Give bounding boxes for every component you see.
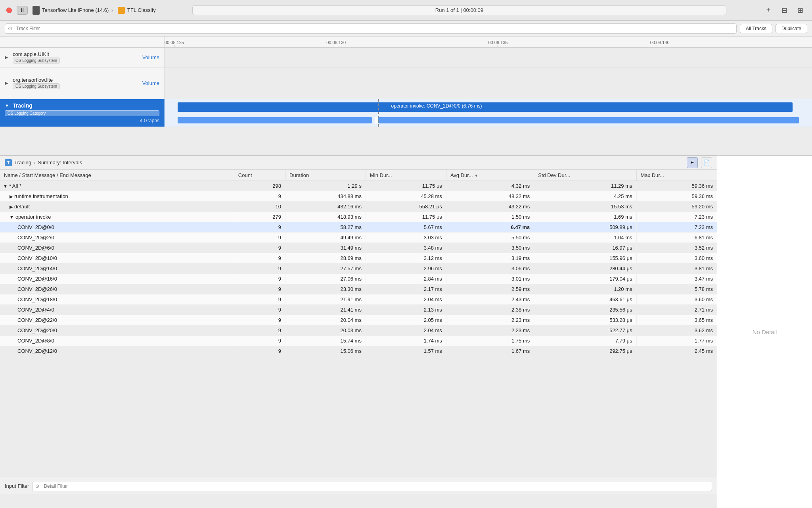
table-row[interactable]: CONV_2D@8/0 9 15.74 ms 1.74 ms 1.75 ms 7…: [0, 336, 717, 346]
add-button[interactable]: +: [763, 5, 774, 16]
timeline-header: 00:08.12500:08.13000:08.13500:08.14000:0…: [0, 37, 812, 48]
tracing-bar-label: operator invoke: CONV_2D@0/0 (6.76 ms): [391, 103, 482, 109]
cell-max-dur: 3.47 ms: [636, 274, 717, 284]
split-button[interactable]: ⊟: [779, 5, 790, 16]
cell-avg-dur: 1.67 ms: [446, 346, 534, 356]
cell-avg-dur: 3.19 ms: [446, 253, 534, 264]
export-button[interactable]: 📄: [701, 157, 712, 168]
cell-min-dur: 2.84 ms: [366, 274, 446, 284]
track-filter-input[interactable]: [5, 23, 737, 34]
tracing-viz: operator invoke: CONV_2D@0/0 (6.76 ms): [165, 99, 812, 127]
col-duration[interactable]: Duration: [285, 170, 366, 181]
table-row[interactable]: CONV_2D@14/0 9 27.57 ms 2.96 ms 3.06 ms …: [0, 264, 717, 274]
record-button[interactable]: [6, 8, 12, 13]
table-row[interactable]: ▶default 10 432.16 ms 558.21 μs 43.22 ms…: [0, 202, 717, 212]
tracing-track: ▼ Tracing OS Logging Category 4 Graphs o…: [0, 99, 812, 127]
col-name[interactable]: Name / Start Message / End Message: [0, 170, 234, 181]
cell-max-dur: 5.78 ms: [636, 284, 717, 294]
cell-name: CONV_2D@16/0: [0, 274, 234, 284]
cell-avg-dur: 5.50 ms: [446, 233, 534, 243]
tracing-sub-bar2: [378, 117, 799, 123]
cell-min-dur: 3.12 ms: [366, 253, 446, 264]
cell-name: CONV_2D@8/0: [0, 336, 234, 346]
tracing-gap: [375, 117, 378, 123]
cell-duration: 432.16 ms: [285, 202, 366, 212]
data-table-scroll[interactable]: Name / Start Message / End Message Count…: [0, 170, 717, 478]
timeline-tick: 00:08.135: [488, 40, 508, 47]
uikit-track-name: com.apple.UIKit: [13, 51, 60, 57]
table-row[interactable]: CONV_2D@26/0 9 23.30 ms 2.17 ms 2.59 ms …: [0, 284, 717, 294]
cell-name: ▼operator invoke: [0, 212, 234, 222]
col-min-dur[interactable]: Min Dur...: [366, 170, 446, 181]
cell-min-dur: 3.03 ms: [366, 233, 446, 243]
cell-duration: 23.30 ms: [285, 284, 366, 294]
breadcrumb-actions: E 📄: [687, 157, 712, 168]
tracing-track-name: Tracing: [13, 102, 33, 109]
cell-max-dur: 3.62 ms: [636, 325, 717, 336]
table-row[interactable]: ▼* All * 298 1.29 s 11.75 μs 4.32 ms 11.…: [0, 181, 717, 191]
cell-count: 9: [234, 222, 285, 233]
cell-name: CONV_2D@20/0: [0, 325, 234, 336]
cell-min-dur: 2.13 ms: [366, 305, 446, 315]
app-name: TFL Classify: [127, 7, 156, 13]
grid-button[interactable]: ⊞: [795, 5, 806, 16]
col-count[interactable]: Count: [234, 170, 285, 181]
table-row[interactable]: CONV_2D@12/0 9 15.06 ms 1.57 ms 1.67 ms …: [0, 346, 717, 356]
cell-min-dur: 11.75 μs: [366, 181, 446, 191]
cell-count: 9: [234, 294, 285, 305]
table-row[interactable]: CONV_2D@10/0 9 28.69 ms 3.12 ms 3.19 ms …: [0, 253, 717, 264]
cell-name: CONV_2D@2/0: [0, 233, 234, 243]
app-label: TFL Classify: [118, 7, 156, 14]
device-name: Tensorflow Lite iPhone (14.6): [42, 7, 109, 13]
cell-max-dur: 59.20 ms: [636, 202, 717, 212]
cell-count: 9: [234, 305, 285, 315]
cell-duration: 27.06 ms: [285, 274, 366, 284]
cell-max-dur: 3.81 ms: [636, 264, 717, 274]
row-expand-icon[interactable]: ▶: [10, 194, 13, 199]
cell-count: 298: [234, 181, 285, 191]
table-row[interactable]: CONV_2D@6/0 9 31.49 ms 3.48 ms 3.50 ms 1…: [0, 243, 717, 253]
breadcrumb-bar: T Tracing › Summary: Intervals E 📄: [0, 156, 717, 170]
row-expand-icon[interactable]: ▼: [3, 184, 8, 189]
row-expand-icon[interactable]: ▶: [10, 204, 13, 209]
uikit-label-area: ▶ com.apple.UIKit OS Logging Subsystem V…: [0, 48, 165, 67]
uikit-expand[interactable]: ▶: [5, 55, 10, 60]
table-row[interactable]: CONV_2D@22/0 9 20.04 ms 2.05 ms 2.23 ms …: [0, 315, 717, 325]
cell-std-dev: 11.29 ms: [534, 181, 636, 191]
tensorflow-label-area: ▶ org.tensorflow.lite OS Logging Subsyst…: [0, 67, 165, 99]
table-row[interactable]: ▶runtime instrumentation 9 434.88 ms 45.…: [0, 191, 717, 202]
no-detail-label: No Detail: [753, 329, 777, 335]
row-expand-icon[interactable]: ▼: [10, 215, 14, 219]
all-tracks-button[interactable]: All Tracks: [740, 24, 772, 33]
col-avg-dur[interactable]: Avg Dur... ▼: [446, 170, 534, 181]
cell-name: CONV_2D@14/0: [0, 264, 234, 274]
detail-filter-input[interactable]: [32, 481, 712, 491]
cell-std-dev: 235.56 μs: [534, 305, 636, 315]
col-std-dev[interactable]: Std Dev Dur...: [534, 170, 636, 181]
table-view-button[interactable]: E: [687, 157, 698, 168]
cell-min-dur: 2.96 ms: [366, 264, 446, 274]
cell-count: 9: [234, 243, 285, 253]
table-row[interactable]: CONV_2D@2/0 9 49.49 ms 3.03 ms 5.50 ms 1…: [0, 233, 717, 243]
tensorflow-expand[interactable]: ▶: [5, 81, 10, 86]
col-max-dur[interactable]: Max Dur...: [636, 170, 717, 181]
table-row[interactable]: CONV_2D@4/0 9 21.41 ms 2.13 ms 2.38 ms 2…: [0, 305, 717, 315]
uikit-label-inner: com.apple.UIKit OS Logging Subsystem: [13, 51, 60, 64]
tick-line: [660, 45, 660, 47]
cell-max-dur: 59.36 ms: [636, 191, 717, 202]
cell-max-dur: 3.60 ms: [636, 294, 717, 305]
duplicate-button[interactable]: Duplicate: [776, 24, 807, 33]
table-row[interactable]: ▼operator invoke 279 418.93 ms 11.75 μs …: [0, 212, 717, 222]
cell-count: 9: [234, 264, 285, 274]
table-row[interactable]: CONV_2D@16/0 9 27.06 ms 2.84 ms 3.01 ms …: [0, 274, 717, 284]
tensorflow-badge: OS Logging Subsystem: [13, 83, 60, 89]
tracing-label-area: ▼ Tracing OS Logging Category 4 Graphs: [0, 99, 165, 127]
track-row-tensorflow: ▶ org.tensorflow.lite OS Logging Subsyst…: [0, 67, 812, 99]
table-row[interactable]: CONV_2D@18/0 9 21.91 ms 2.04 ms 2.43 ms …: [0, 294, 717, 305]
table-row[interactable]: CONV_2D@20/0 9 20.03 ms 2.04 ms 2.23 ms …: [0, 325, 717, 336]
table-row[interactable]: CONV_2D@0/0 9 58.27 ms 5.67 ms 6.47 ms 5…: [0, 222, 717, 233]
cell-min-dur: 1.74 ms: [366, 336, 446, 346]
pause-button[interactable]: ⏸: [17, 6, 28, 15]
cell-avg-dur: 2.23 ms: [446, 325, 534, 336]
tracing-expand[interactable]: ▼: [5, 103, 10, 108]
